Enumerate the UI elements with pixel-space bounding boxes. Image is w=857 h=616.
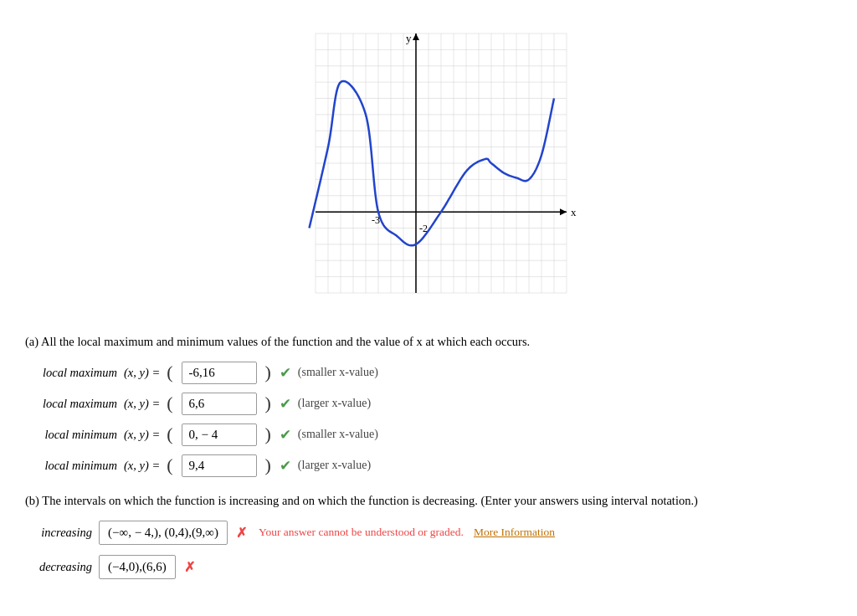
- row-type-label: local maximum: [25, 397, 117, 411]
- function-graph: [274, 17, 583, 318]
- decreasing-answer-box[interactable]: (−4,0),(6,6): [99, 555, 176, 579]
- check-icon: ✔: [280, 426, 291, 444]
- answer-value-box[interactable]: 0, − 4: [182, 424, 257, 446]
- side-note: (larger x-value): [298, 459, 371, 472]
- increasing-row: increasing (−∞, − 4,), (0,4),(9,∞) ✗ You…: [25, 521, 832, 545]
- decreasing-label: decreasing: [25, 560, 92, 574]
- check-icon: ✔: [280, 457, 291, 475]
- answer-value-box[interactable]: 6,6: [182, 393, 257, 415]
- answer-value-box[interactable]: 9,4: [182, 454, 257, 477]
- bracket-left: (: [167, 394, 172, 413]
- increasing-x-icon: ✗: [236, 525, 247, 541]
- row-type-label: local minimum: [25, 459, 117, 473]
- row-type-label: local minimum: [25, 428, 117, 442]
- decreasing-x-icon: ✗: [184, 559, 195, 575]
- bracket-right: ): [265, 425, 271, 444]
- check-icon: ✔: [280, 395, 291, 413]
- check-icon: ✔: [280, 364, 291, 382]
- row-type-label: local maximum: [25, 366, 117, 380]
- part-b-label: (b) The intervals on which the function …: [25, 492, 832, 511]
- bracket-left: (: [167, 425, 172, 444]
- bracket-right: ): [265, 394, 271, 413]
- increasing-answer-box[interactable]: (−∞, − 4,), (0,4),(9,∞): [99, 521, 228, 545]
- side-note: (smaller x-value): [298, 428, 378, 441]
- answer-row: local minimum (x, y) = ( 9,4 ) ✔ (larger…: [25, 454, 832, 477]
- answer-row: local minimum (x, y) = ( 0, − 4 ) ✔ (sma…: [25, 424, 832, 446]
- graph-container: [25, 17, 832, 318]
- xy-label: (x, y) =: [124, 397, 160, 411]
- xy-label: (x, y) =: [124, 366, 160, 380]
- bracket-left: (: [167, 456, 172, 475]
- more-info-link[interactable]: More Information: [474, 526, 555, 539]
- side-note: (smaller x-value): [298, 366, 378, 379]
- xy-label: (x, y) =: [124, 428, 160, 442]
- decreasing-row: decreasing (−4,0),(6,6) ✗: [25, 555, 832, 579]
- error-message: Your answer cannot be understood or grad…: [259, 526, 464, 539]
- answer-value-box[interactable]: -6,16: [182, 362, 257, 384]
- answer-row: local maximum (x, y) = ( -6,16 ) ✔ (smal…: [25, 362, 832, 384]
- part-a-label: (a) All the local maximum and minimum va…: [25, 333, 832, 352]
- bracket-right: ): [265, 363, 271, 382]
- bracket-left: (: [167, 363, 172, 382]
- xy-label: (x, y) =: [124, 459, 160, 473]
- part-b-section: (b) The intervals on which the function …: [25, 492, 832, 579]
- bracket-right: ): [265, 456, 271, 475]
- increasing-label: increasing: [25, 526, 92, 540]
- side-note: (larger x-value): [298, 397, 371, 410]
- answer-row: local maximum (x, y) = ( 6,6 ) ✔ (larger…: [25, 393, 832, 415]
- answer-rows: local maximum (x, y) = ( -6,16 ) ✔ (smal…: [25, 362, 832, 477]
